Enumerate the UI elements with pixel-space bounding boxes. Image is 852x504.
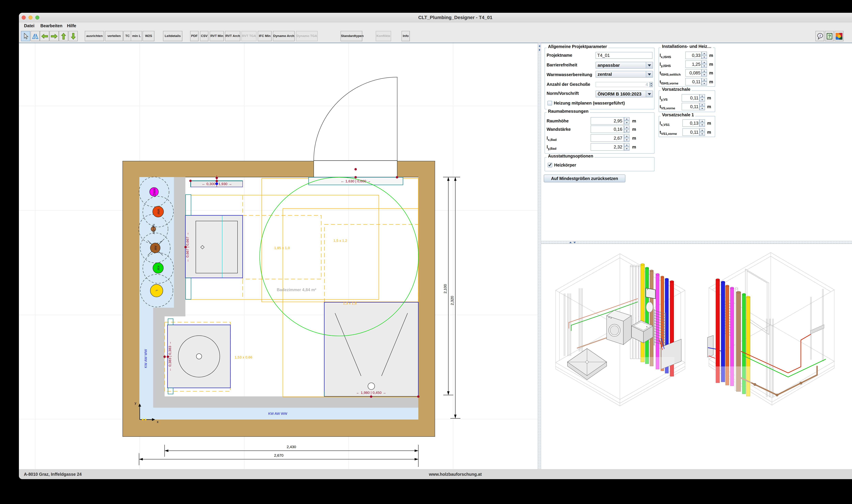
svg-text:KW AW WW: KW AW WW xyxy=(144,349,147,368)
svg-text:1,5 x 1,2: 1,5 x 1,2 xyxy=(333,238,347,242)
svg-text:WW: WW xyxy=(157,209,160,214)
svg-text:KW AW WW: KW AW WW xyxy=(268,412,287,415)
svg-text:Not-EW: Not-EW xyxy=(152,224,155,234)
svg-text:1,3 x 1,8: 1,3 x 1,8 xyxy=(343,301,357,305)
svg-text:← 1,630 | 0,600 →: ← 1,630 | 0,600 → xyxy=(341,179,371,183)
svg-text:← 1,980 | 0,450 →: ← 1,980 | 0,450 → xyxy=(356,391,386,395)
svg-text:AW: AW xyxy=(154,246,157,250)
svg-text:2,320: 2,320 xyxy=(450,296,454,305)
svg-text:1,85 x 1,0: 1,85 x 1,0 xyxy=(274,246,290,250)
svg-text:x: x xyxy=(157,420,158,424)
svg-text:?: ? xyxy=(828,34,831,39)
svg-text:2,670: 2,670 xyxy=(274,453,283,457)
svg-text:2,430: 2,430 xyxy=(286,445,296,449)
svg-text:1,930 →: 1,930 → xyxy=(219,182,232,186)
svg-text:y: y xyxy=(135,401,136,405)
svg-text:WWZ: WWZ xyxy=(153,188,156,196)
svg-text:L: L xyxy=(155,290,158,291)
svg-text:2,100: 2,100 xyxy=(443,284,447,293)
svg-text:Badezimmer 4,84 m²: Badezimmer 4,84 m² xyxy=(277,287,316,292)
svg-text:← 0,300: ← 0,300 xyxy=(202,182,215,186)
svg-text:KW: KW xyxy=(157,266,160,270)
svg-text:1,53 x 0,66: 1,53 x 0,66 xyxy=(234,355,253,359)
